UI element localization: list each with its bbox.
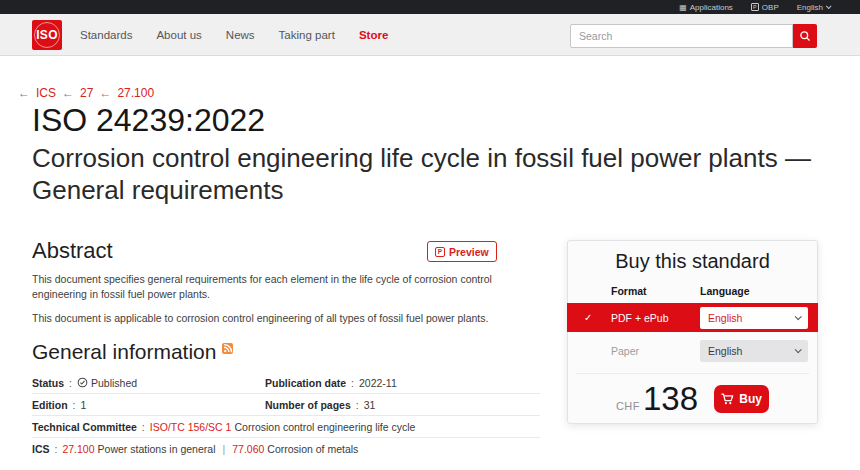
chevron-down-icon	[795, 313, 802, 320]
breadcrumb-arrow-icon	[99, 86, 111, 100]
breadcrumb-arrow-icon	[62, 86, 74, 100]
preview-label: Preview	[449, 246, 489, 258]
ics-link-27-100[interactable]: 27.100	[62, 443, 94, 455]
applications-menu[interactable]: Applications	[679, 3, 733, 12]
search-input[interactable]	[570, 24, 793, 48]
abstract-paragraph: This document specifies general requirem…	[32, 272, 540, 302]
pages-cell: Number of pages 31	[265, 399, 375, 411]
language-select-value: English	[708, 345, 742, 357]
publication-date-value: 2022-11	[359, 377, 397, 389]
cart-icon	[721, 393, 734, 405]
obp-label: OBP	[762, 3, 779, 12]
buy-panel-title: Buy this standard	[568, 250, 817, 273]
language-label: English	[797, 3, 823, 12]
search-bar	[570, 24, 817, 48]
table-row: Edition 1 Number of pages 31	[32, 394, 540, 416]
ics-name: Power stations in general	[98, 443, 216, 455]
status-value: Published	[91, 377, 137, 389]
technical-committee-link[interactable]: ISO/TC 156/SC 1	[150, 421, 232, 433]
preview-button[interactable]: Preview	[427, 241, 497, 262]
iso-logo[interactable]: ISO	[32, 20, 62, 50]
search-button[interactable]	[793, 24, 817, 48]
abstract-heading: Abstract	[32, 238, 113, 264]
obp-icon	[751, 3, 759, 11]
separator	[218, 443, 229, 455]
status-cell: Status Published	[32, 377, 265, 389]
table-row: Technical Committee ISO/TC 156/SC 1 Corr…	[32, 416, 540, 438]
utility-bar: Applications OBP English	[0, 0, 860, 14]
checkmark-icon	[584, 312, 592, 323]
abstract-body: This document specifies general requirem…	[32, 272, 540, 335]
applications-label: Applications	[690, 3, 733, 12]
breadcrumb-link-ics[interactable]: ICS	[36, 86, 56, 100]
search-icon	[799, 30, 811, 42]
technical-committee-label: Technical Committee	[32, 421, 137, 433]
pages-value: 31	[364, 399, 376, 411]
buy-panel: Buy this standard Format Language PDF + …	[567, 240, 818, 424]
technical-committee-value: Corrosion control engineering life cycle	[234, 421, 415, 433]
ics-name: Corrosion of metals	[267, 443, 358, 455]
general-info-table: Status Published Publication date 2022-1…	[32, 372, 540, 460]
publication-date-label: Publication date	[265, 377, 346, 389]
general-info-heading-text: General information	[32, 340, 216, 364]
preview-icon	[435, 247, 445, 257]
status-label: Status	[32, 377, 64, 389]
iso-logo-text: ISO	[36, 28, 58, 42]
breadcrumb-link-27-100[interactable]: 27.100	[117, 86, 154, 100]
general-info-heading: General information	[32, 340, 233, 364]
ics-label: ICS	[32, 443, 50, 455]
edition-label: Edition	[32, 399, 68, 411]
edition-value: 1	[81, 399, 87, 411]
price-value: 138	[643, 380, 698, 417]
format-row-paper[interactable]: Paper English	[567, 336, 818, 365]
chevron-down-icon	[826, 3, 832, 9]
nav-item-store[interactable]: Store	[359, 29, 388, 41]
pages-label: Number of pages	[265, 399, 351, 411]
technical-committee-cell: Technical Committee ISO/TC 156/SC 1 Corr…	[32, 421, 415, 433]
breadcrumb-arrow-icon	[18, 86, 30, 100]
language-select-value: English	[708, 312, 742, 324]
rss-icon[interactable]	[222, 343, 233, 354]
edition-cell: Edition 1	[32, 399, 265, 411]
buy-button-label: Buy	[739, 392, 762, 406]
price-block: CHF138	[616, 380, 698, 418]
nav-item-standards[interactable]: Standards	[80, 29, 132, 41]
currency-label: CHF	[616, 400, 640, 412]
separator	[354, 399, 361, 411]
separator	[349, 377, 356, 389]
language-switcher[interactable]: English	[797, 3, 830, 12]
breadcrumb: ICS 27 27.100	[18, 86, 154, 100]
separator	[71, 399, 78, 411]
format-label: PDF + ePub	[611, 312, 669, 324]
main-navbar: ISO Standards About us News Taking part …	[0, 14, 860, 56]
separator	[53, 443, 60, 455]
language-select-paper[interactable]: English	[700, 340, 808, 362]
publication-date-cell: Publication date 2022-11	[265, 377, 397, 389]
applications-grid-icon	[679, 3, 687, 12]
separator	[140, 421, 147, 433]
format-header: Format	[611, 285, 647, 297]
chevron-down-icon	[795, 346, 802, 353]
buy-footer: CHF138 Buy	[576, 373, 809, 423]
standard-title: Corrosion control engineering life cycle…	[32, 142, 814, 206]
nav-item-about-us[interactable]: About us	[156, 29, 201, 41]
published-check-icon	[77, 377, 88, 388]
nav-item-taking-part[interactable]: Taking part	[279, 29, 335, 41]
table-row: Status Published Publication date 2022-1…	[32, 372, 540, 394]
breadcrumb-link-27[interactable]: 27	[80, 86, 93, 100]
format-row-pdf-epub[interactable]: PDF + ePub English	[567, 303, 818, 332]
obp-link[interactable]: OBP	[751, 3, 779, 12]
ics-link-77-060[interactable]: 77.060	[232, 443, 264, 455]
nav-item-news[interactable]: News	[226, 29, 255, 41]
standard-code-heading: ISO 24239:2022	[32, 102, 265, 139]
nav-menu: Standards About us News Taking part Stor…	[80, 14, 388, 55]
ics-cell: ICS 27.100 Power stations in general 77.…	[32, 443, 358, 455]
format-label: Paper	[611, 345, 639, 357]
table-row: ICS 27.100 Power stations in general 77.…	[32, 438, 540, 460]
language-header: Language	[700, 285, 750, 297]
buy-button[interactable]: Buy	[714, 385, 769, 413]
abstract-paragraph: This document is applicable to corrosion…	[32, 311, 540, 326]
separator	[67, 377, 74, 389]
language-select-pdf-epub[interactable]: English	[700, 307, 808, 329]
